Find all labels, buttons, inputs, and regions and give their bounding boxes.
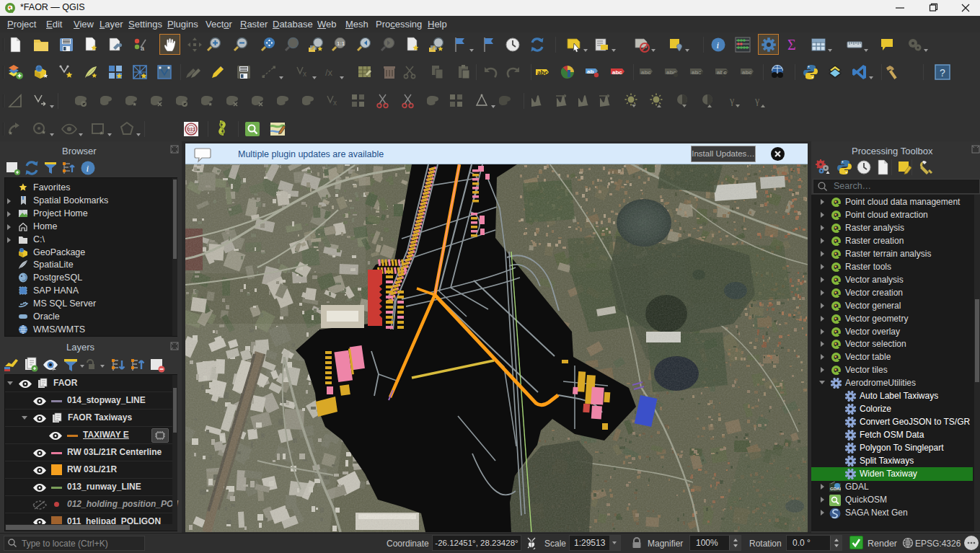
svg-text:a: a: [141, 45, 144, 52]
svg-text:γ: γ: [754, 95, 759, 106]
svg-text:γ: γ: [729, 95, 734, 106]
svg-text:abc: abc: [717, 69, 727, 76]
svg-text:/x: /x: [325, 67, 333, 78]
svg-text:abc: abc: [612, 69, 622, 76]
svg-text:ab: ab: [587, 68, 593, 75]
svg-text:abc: abc: [641, 69, 651, 76]
svg-text:031: 031: [187, 127, 195, 132]
svg-text:Σ: Σ: [787, 37, 796, 53]
svg-text:GDAL: GDAL: [830, 487, 841, 491]
svg-text:1:1: 1:1: [337, 40, 345, 47]
svg-text:x: x: [333, 99, 337, 107]
svg-text:abc: abc: [742, 69, 752, 76]
svg-text:x: x: [303, 70, 306, 78]
svg-text:abc: abc: [692, 69, 702, 76]
svg-text:?: ?: [940, 67, 945, 79]
svg-text:abc: abc: [537, 69, 548, 76]
svg-text:i: i: [87, 163, 89, 174]
svg-text:i: i: [717, 40, 720, 50]
